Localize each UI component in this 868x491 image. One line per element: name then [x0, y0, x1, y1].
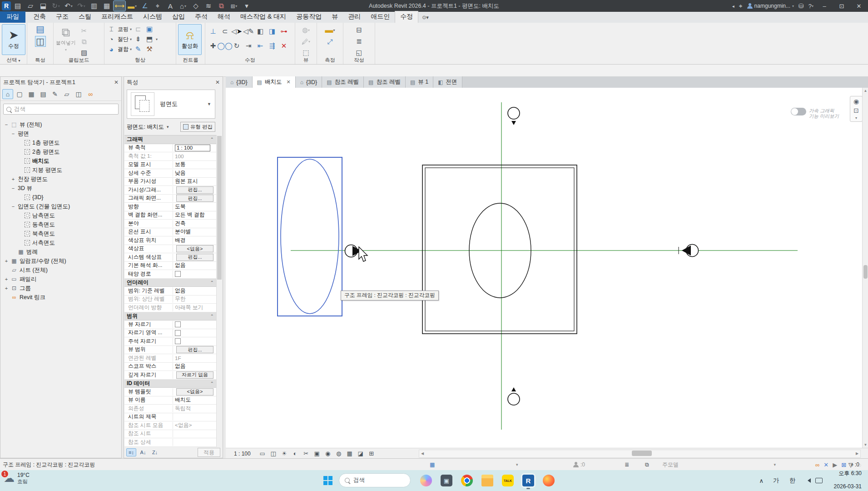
- revit-icon[interactable]: R: [522, 475, 534, 486]
- unpin-icon[interactable]: ⊶: [279, 26, 289, 36]
- property-edit-button[interactable]: 편집...: [176, 195, 214, 202]
- property-value[interactable]: 보통: [173, 161, 217, 168]
- copilot-icon[interactable]: [420, 475, 432, 486]
- view-tab-3[interactable]: ▤참조 레벨: [322, 76, 364, 88]
- sun-path-icon[interactable]: ☀: [279, 449, 290, 458]
- crop-view-icon[interactable]: ✂: [301, 449, 312, 458]
- collapse-icon[interactable]: ◂: [732, 4, 734, 9]
- join-geometry-tool[interactable]: ◕ 결합▾ ✎ ⚒: [106, 44, 174, 54]
- view-tab-0[interactable]: ⌂{3D}: [226, 76, 253, 88]
- ribbon-tab-13[interactable]: 애드인: [366, 11, 395, 23]
- tree-item-0[interactable]: −⬚뷰 (전체): [2, 120, 121, 129]
- ruler-icon[interactable]: ▬▾: [126, 1, 138, 11]
- tree-item-15[interactable]: +▦일람표/수량 (전체): [2, 256, 121, 266]
- active-design-option-select[interactable]: 주모델 ▾: [662, 459, 776, 471]
- property-value[interactable]: <없음>: [173, 245, 217, 252]
- hide-elements-icon[interactable]: ◍▾: [301, 25, 311, 35]
- print-icon[interactable]: ▥: [88, 1, 100, 11]
- trim-single-icon[interactable]: ⇤: [255, 41, 265, 51]
- browser-views-icon[interactable]: ▢: [14, 89, 25, 99]
- copy-to-clipboard-icon[interactable]: ⧉: [79, 37, 89, 47]
- beam-cutback-icon[interactable]: ⊏: [133, 24, 143, 34]
- reveal-hidden-elements-icon[interactable]: ◍: [333, 449, 344, 458]
- copy-icon[interactable]: ◯◯: [220, 41, 230, 51]
- cut-to-clipboard-icon[interactable]: ✂: [79, 26, 89, 36]
- offset-icon[interactable]: ⊂: [220, 26, 230, 36]
- ribbon-tab-8[interactable]: 해석: [213, 11, 235, 23]
- close-icon[interactable]: ✕: [215, 79, 220, 85]
- tree-item-2[interactable]: 1층 평면도: [2, 138, 121, 147]
- panel-label-properties[interactable]: 특성: [27, 57, 53, 64]
- measure-ruler-icon[interactable]: ▬▾: [325, 25, 335, 35]
- select-underlay-elements-icon[interactable]: ✕: [823, 461, 828, 468]
- property-value[interactable]: 편집...: [173, 195, 217, 202]
- type-properties-icon[interactable]: ◫: [35, 36, 46, 47]
- chrome-icon[interactable]: [461, 475, 473, 486]
- network-icon[interactable]: [815, 470, 823, 491]
- modify-tool-button[interactable]: ➤ 수정: [2, 24, 25, 55]
- tree-item-11[interactable]: 동측면도: [2, 220, 121, 229]
- close-tab-icon[interactable]: ✕: [286, 79, 290, 85]
- view-tab-4[interactable]: ▤참조 레벨: [364, 76, 406, 88]
- steering-wheel-icon[interactable]: ◉: [853, 98, 859, 105]
- tree-item-4[interactable]: 배치도: [2, 156, 121, 165]
- redo-icon[interactable]: ↷▾: [75, 1, 87, 11]
- hammer-icon[interactable]: ⚒: [144, 44, 154, 54]
- property-input[interactable]: 1 : 100: [175, 145, 210, 151]
- detail-level-icon[interactable]: ▭: [257, 449, 268, 458]
- tree-item-10[interactable]: 남측면도: [2, 211, 121, 220]
- photos-icon[interactable]: ▣: [441, 475, 452, 486]
- tree-item-6[interactable]: +천장 평면도: [2, 175, 121, 184]
- match-type-icon[interactable]: ▨: [79, 48, 89, 58]
- ribbon-tab-10[interactable]: 공동작업: [291, 11, 327, 23]
- split-element-icon[interactable]: ◧: [255, 26, 265, 36]
- tree-item-12[interactable]: 북측면도: [2, 229, 121, 238]
- split-with-gap-icon[interactable]: ◨: [267, 26, 277, 36]
- tree-item-16[interactable]: ▱시트 (전체): [2, 266, 121, 275]
- browser-home-icon[interactable]: ⌂: [2, 89, 13, 99]
- trim-extend-icon[interactable]: ⇥: [243, 41, 253, 51]
- property-value[interactable]: <없음>: [173, 422, 217, 429]
- view-scale-button[interactable]: 1 : 100: [226, 451, 257, 457]
- tree-toggle-icon[interactable]: −: [4, 122, 9, 127]
- tree-item-14[interactable]: ▦범례: [2, 247, 121, 256]
- design-options-pick-icon[interactable]: ⧉: [645, 459, 649, 471]
- restore-button[interactable]: ⊡: [835, 0, 848, 11]
- property-value[interactable]: 편집...: [173, 254, 217, 261]
- building-outline-outer[interactable]: [422, 165, 577, 334]
- ribbon-tab-2[interactable]: 구조: [51, 11, 74, 23]
- shadows-icon[interactable]: ◐: [290, 449, 301, 458]
- property-section-17[interactable]: 언더레이⌃: [124, 279, 217, 287]
- browser-edit-icon[interactable]: ✎: [50, 89, 60, 99]
- align-icon[interactable]: ⊥: [208, 26, 218, 36]
- property-value[interactable]: 모든 벽 결합: [173, 211, 217, 219]
- edit-profile-icon[interactable]: ✎: [133, 44, 143, 54]
- home-view-icon[interactable]: ⌂▾: [177, 1, 189, 11]
- undo-icon[interactable]: ↶▾: [63, 1, 74, 11]
- mirror-pick-axis-icon[interactable]: ◁➤: [232, 26, 242, 36]
- structural-framing-selected[interactable]: [278, 157, 342, 316]
- kakaotalk-icon[interactable]: TALK: [502, 475, 514, 486]
- search-binoculars-icon[interactable]: ⌖: [739, 2, 743, 10]
- temporary-view-properties-icon[interactable]: ▦: [344, 449, 355, 458]
- app-store-cart-icon[interactable]: ⛁: [799, 2, 804, 10]
- property-value[interactable]: [173, 271, 217, 277]
- ribbon-tab-5[interactable]: 시스템: [138, 11, 167, 23]
- view-tab-2[interactable]: ⌂{3D}: [296, 76, 322, 88]
- property-value[interactable]: 자르기 없음: [173, 371, 217, 379]
- tree-toggle-icon[interactable]: −: [11, 204, 15, 209]
- trim-multiple-icon[interactable]: ⇶: [267, 41, 277, 51]
- property-value[interactable]: 100: [173, 153, 217, 160]
- select-elements-by-face-icon[interactable]: ⊠: [841, 461, 846, 468]
- tree-item-5[interactable]: 지붕 평면도: [2, 165, 121, 175]
- select-pinned-elements-icon[interactable]: ▶: [833, 461, 837, 468]
- ribbon-tab-12[interactable]: 관리: [343, 11, 366, 23]
- visual-style-icon[interactable]: ◫: [268, 449, 279, 458]
- property-value[interactable]: 없음: [173, 262, 217, 269]
- horizontal-scrollbar[interactable]: ◀ ▶: [419, 450, 861, 458]
- taskbar-search-input[interactable]: 검색: [339, 473, 411, 487]
- selection-filter[interactable]: ▽ :0: [848, 459, 859, 471]
- vertical-scrollbar[interactable]: ▲ ▼: [862, 88, 868, 448]
- analytical-model-icon[interactable]: ◪: [355, 449, 366, 458]
- ribbon-state-icon[interactable]: ⊙▾: [422, 15, 429, 23]
